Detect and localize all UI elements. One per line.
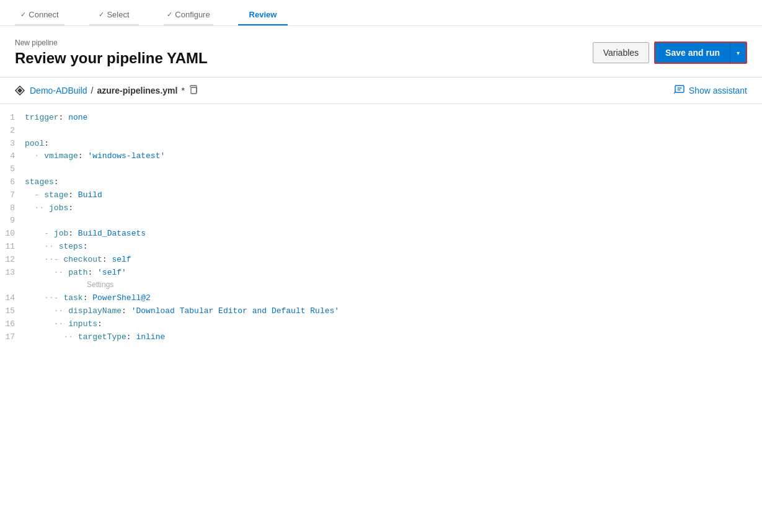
line-num-10: 10 — [0, 228, 25, 241]
line-num-5: 5 — [0, 163, 25, 176]
editor-area: Demo-ADBuild / azure-pipelines.yml * Sho… — [0, 78, 762, 351]
repo-icon — [15, 86, 25, 95]
line-content-5 — [25, 163, 762, 176]
code-line-9: 9 — [0, 215, 762, 228]
line-content-2 — [25, 125, 762, 138]
check-icon-select: ✓ — [99, 11, 104, 19]
line-content-1: trigger: none — [25, 112, 762, 125]
breadcrumb: New pipeline — [15, 38, 208, 47]
svg-marker-1 — [17, 88, 22, 93]
line-content-13: ·· path: 'self' — [25, 267, 762, 280]
line-content-9 — [25, 215, 762, 228]
line-num-7: 7 — [0, 189, 25, 202]
step-bar-configure — [164, 24, 213, 25]
page-header-left: New pipeline Review your pipeline YAML — [15, 38, 208, 67]
wizard-step-select[interactable]: ✓ Select — [89, 10, 139, 25]
wizard-step-review[interactable]: Review — [238, 10, 288, 25]
svg-rect-2 — [191, 87, 197, 94]
code-line-8: 8 ·· jobs: — [0, 202, 762, 215]
check-icon-configure: ✓ — [167, 11, 172, 19]
copy-icon[interactable] — [188, 85, 198, 97]
line-content-10: - job: Build_Datasets — [25, 228, 762, 241]
line-num-1: 1 — [0, 112, 25, 125]
line-num-9: 9 — [0, 215, 25, 228]
line-num-8: 8 — [0, 202, 25, 215]
page-header: New pipeline Review your pipeline YAML V… — [0, 26, 762, 78]
line-num-4: 4 — [0, 150, 25, 163]
step-label-configure: ✓ Configure — [167, 10, 210, 24]
line-content-3: pool: — [25, 138, 762, 151]
line-num-11: 11 — [0, 241, 25, 254]
save-and-run-container: Save and run ▾ — [654, 42, 747, 64]
code-editor: 1 trigger: none 2 3 pool: 4 · vmimage: '… — [0, 104, 762, 351]
step-label-connect: ✓ Connect — [20, 10, 58, 24]
code-line-6: 6 stages: — [0, 176, 762, 189]
modified-indicator: * — [181, 86, 184, 95]
step-text-select: Select — [107, 10, 129, 19]
assistant-icon — [674, 84, 685, 97]
path-separator: / — [91, 86, 94, 95]
code-line-16: 16 ·· inputs: — [0, 318, 762, 331]
code-line-14: 14 ··- task: PowerShell@2 — [0, 292, 762, 305]
show-assistant-button[interactable]: Show assistant — [674, 84, 747, 97]
line-content-4: · vmimage: 'windows-latest' — [25, 150, 762, 163]
save-and-run-dropdown-button[interactable]: ▾ — [730, 43, 746, 63]
step-bar-select — [89, 24, 139, 25]
save-and-run-button[interactable]: Save and run — [655, 43, 730, 63]
line-content-16: ·· inputs: — [25, 318, 762, 331]
step-label-review: Review — [249, 10, 277, 24]
line-num-15: 15 — [0, 305, 25, 318]
line-content-6: stages: — [25, 176, 762, 189]
line-content-14: ··- task: PowerShell@2 — [25, 292, 762, 305]
line-num-12: 12 — [0, 254, 25, 267]
line-content-8: ·· jobs: — [25, 202, 762, 215]
step-bar-review — [238, 24, 288, 25]
svg-rect-3 — [675, 86, 684, 92]
line-num-13: 13 — [0, 267, 25, 280]
step-text-configure: Configure — [175, 10, 210, 19]
line-num-3: 3 — [0, 138, 25, 151]
line-content-17: ·· targetType: inline — [25, 331, 762, 344]
code-line-4: 4 · vmimage: 'windows-latest' — [0, 150, 762, 163]
code-line-1: 1 trigger: none — [0, 112, 762, 125]
wizard-steps: ✓ Connect ✓ Select ✓ Configure Review — [0, 0, 762, 25]
code-line-15: 15 ·· displayName: 'Download Tabular Edi… — [0, 305, 762, 318]
code-line-2: 2 — [0, 125, 762, 138]
chevron-down-icon: ▾ — [737, 50, 740, 56]
wizard-step-connect[interactable]: ✓ Connect — [15, 10, 64, 25]
file-name: azure-pipelines.yml — [97, 86, 177, 95]
settings-label: Settings — [87, 279, 762, 291]
check-icon-connect: ✓ — [20, 11, 26, 19]
page-header-right: Variables Save and run ▾ — [593, 42, 747, 64]
step-bar-connect — [15, 24, 64, 25]
step-text-review: Review — [249, 10, 277, 19]
line-content-15: ·· displayName: 'Download Tabular Editor… — [25, 305, 762, 318]
line-num-6: 6 — [0, 176, 25, 189]
line-num-2: 2 — [0, 125, 25, 138]
page-title: Review your pipeline YAML — [15, 50, 208, 67]
line-content-12: ··- checkout: self — [25, 254, 762, 267]
step-label-select: ✓ Select — [99, 10, 129, 24]
line-num-17: 17 — [0, 331, 25, 344]
repo-name[interactable]: Demo-ADBuild — [30, 86, 87, 95]
step-text-connect: Connect — [29, 10, 58, 19]
editor-breadcrumb: Demo-ADBuild / azure-pipelines.yml * — [15, 85, 198, 97]
code-line-3: 3 pool: — [0, 138, 762, 151]
line-num-14: 14 — [0, 292, 25, 305]
line-content-7: - stage: Build — [25, 189, 762, 202]
code-line-13: 13 ·· path: 'self' — [0, 267, 762, 280]
line-num-16: 16 — [0, 318, 25, 331]
code-line-11: 11 ·· steps: — [0, 241, 762, 254]
variables-button[interactable]: Variables — [593, 42, 649, 63]
code-line-5: 5 — [0, 163, 762, 176]
code-line-12: 12 ··- checkout: self — [0, 254, 762, 267]
show-assistant-label: Show assistant — [689, 86, 747, 95]
code-line-settings: 14 Settings — [0, 279, 762, 292]
code-line-7: 7 - stage: Build — [0, 189, 762, 202]
code-line-17: 17 ·· targetType: inline — [0, 331, 762, 344]
code-line-10: 10 - job: Build_Datasets — [0, 228, 762, 241]
wizard-step-configure[interactable]: ✓ Configure — [164, 10, 213, 25]
line-content-11: ·· steps: — [25, 241, 762, 254]
editor-toolbar: Demo-ADBuild / azure-pipelines.yml * Sho… — [0, 78, 762, 104]
